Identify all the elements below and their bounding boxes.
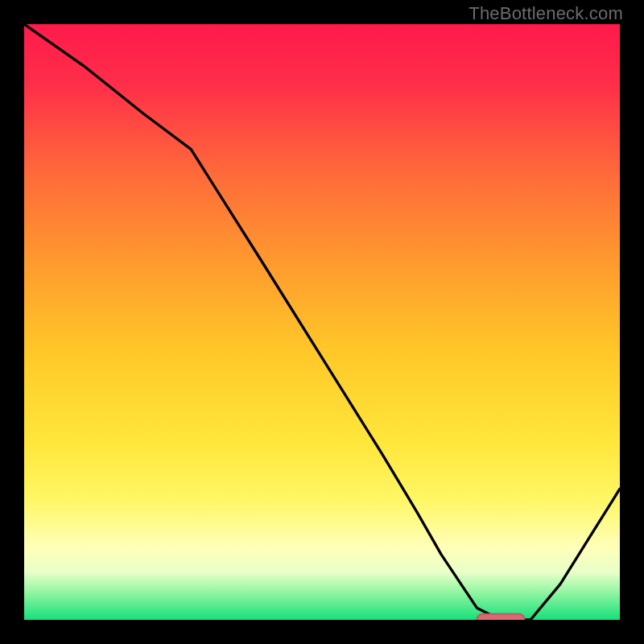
watermark-label: TheBottleneck.com: [469, 3, 623, 24]
optimal-marker: [477, 614, 524, 620]
curve-layer: [24, 24, 620, 620]
plot-area: [24, 24, 620, 620]
chart-frame: TheBottleneck.com: [0, 0, 644, 644]
bottleneck-curve: [24, 24, 620, 620]
